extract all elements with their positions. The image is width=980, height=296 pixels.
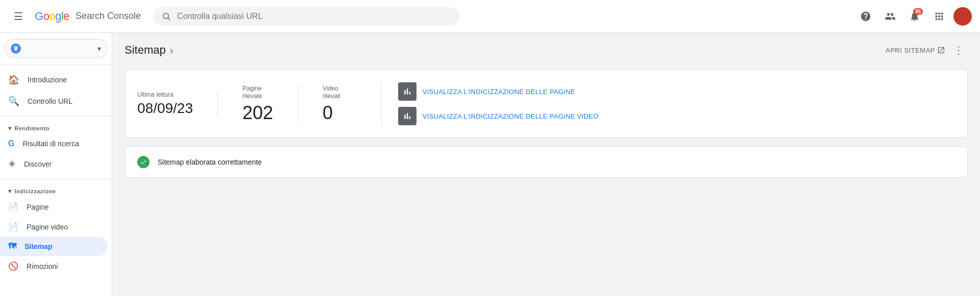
svg-line-1 [168,18,170,20]
visualizza-indicizzazione-pagine-video-link[interactable]: VISUALIZZA L'INDICIZZAZIONE DELLE PAGINE… [398,107,955,125]
help-button[interactable] [855,6,876,27]
ultima-lettura-block: Ultima lettura 08/09/23 [137,91,218,117]
page-content: Sitemap › APRI SITEMAP ⋮ Ultima lett [112,33,980,296]
sidebar: ▾ 🏠 Introduzione 🔍 Controllo URL ▾ Rendi… [0,33,112,296]
google-logo: Google [35,10,69,23]
video-rilevati-label: Videorilevati [323,85,340,101]
sidebar-item-risultati-ricerca[interactable]: G Risultati di ricerca [0,134,108,153]
google-g-icon: G [8,139,14,148]
bar-chart-icon [398,82,416,101]
search-input-wrap [153,7,459,26]
page-title-area: Sitemap › [125,43,173,57]
external-link-icon [937,46,945,54]
sidebar-item-discover[interactable]: ✳ Discover [0,153,108,175]
notifications-button[interactable]: 96 [904,6,925,27]
sidebar-item-label: Discover [24,160,52,168]
topbar-right: 96 [855,6,972,27]
divider-indicizzazione [0,179,112,179]
divider-rendimento [0,116,112,117]
sidebar-item-label: Rimozioni [27,262,58,270]
stats-divider [381,82,382,125]
logo-g: G [35,10,43,23]
apri-sitemap-button[interactable]: APRI SITEMAP [886,46,945,54]
sidebar-item-rimozioni[interactable]: 🚫 Rimozioni [0,256,108,276]
section-indicizzazione: ▾ Indicizzazione [0,184,112,197]
visualizza-indicizzazione-pagine-link[interactable]: VISUALIZZA L'INDICIZZAZIONE DELLE PAGINE [398,82,955,101]
pagine-rilevate-block: Paginerilevate 202 [242,85,298,123]
logo-area: Google Search Console [35,10,141,23]
divider-top [0,64,112,65]
search-bar [153,7,459,26]
topbar: ☰ Google Search Console [0,0,980,33]
app-title: Search Console [76,11,141,21]
page-title: Sitemap [125,43,166,57]
section-chevron-icon: ▾ [8,125,12,132]
action-links: VISUALIZZA L'INDICIZZAZIONE DELLE PAGINE… [398,82,955,125]
pagine-video-icon: 📄 [8,222,18,232]
cards-area: Ultima lettura 08/09/23 Paginerilevate 2… [112,65,980,190]
section-chevron2-icon: ▾ [8,188,12,195]
sidebar-item-controllo-url[interactable]: 🔍 Controllo URL [0,90,108,112]
menu-button[interactable]: ☰ [8,6,29,27]
logo-o2: o [49,10,55,23]
logo-e: e [63,10,69,23]
search-icon [162,12,171,21]
sidebar-item-label: Pagine [27,203,49,211]
status-message: Sitemap elaborata correttamente [158,158,262,166]
bar-chart2-icon [398,107,416,125]
page-header-actions: APRI SITEMAP ⋮ [886,41,968,59]
sidebar-item-label: Risultati di ricerca [22,140,79,148]
status-success-icon [137,156,150,168]
property-icon [11,43,21,54]
svg-point-0 [163,13,169,19]
pagine-rilevate-value: 202 [242,103,273,123]
more-options-button[interactable]: ⋮ [949,41,968,59]
section-rendimento: ▾ Rendimento [0,121,112,134]
sidebar-item-pagine[interactable]: 📄 Pagine [0,197,108,217]
sidebar-item-introduzione[interactable]: 🏠 Introduzione [0,69,108,90]
sidebar-item-pagine-video[interactable]: 📄 Pagine video [0,217,108,237]
page-header: Sitemap › APRI SITEMAP ⋮ [112,33,980,65]
hamburger-icon: ☰ [14,10,23,22]
property-selector[interactable]: ▾ [4,39,108,58]
help-icon [860,11,871,22]
pagine-icon: 📄 [8,202,18,212]
sidebar-item-sitemap[interactable]: 🗺 Sitemap [0,237,108,256]
sidebar-item-label: Pagine video [27,223,68,231]
action-link-label: VISUALIZZA L'INDICIZZAZIONE DELLE PAGINE [423,88,575,96]
home-icon: 🏠 [8,74,19,85]
topbar-left: ☰ Google Search Console [8,6,141,27]
ultima-lettura-label: Ultima lettura [137,91,193,99]
rimozioni-icon: 🚫 [8,261,18,271]
ultima-lettura-value: 08/09/23 [137,101,193,117]
stats-card: Ultima lettura 08/09/23 Paginerilevate 2… [125,70,968,138]
discover-icon: ✳ [8,158,16,170]
account-icon [885,11,896,22]
sidebar-item-label: Controllo URL [28,97,72,105]
breadcrumb-arrow: › [170,44,174,56]
logo-o1: o [43,10,50,23]
search-nav-icon: 🔍 [8,96,19,107]
search-input[interactable] [177,12,451,21]
apps-button[interactable] [929,6,949,27]
avatar[interactable] [953,7,972,26]
status-card: Sitemap elaborata correttamente [125,146,968,178]
apps-icon [934,11,945,22]
action-link-label: VISUALIZZA L'INDICIZZAZIONE DELLE PAGINE… [423,112,599,120]
video-rilevati-value: 0 [323,103,340,123]
account-button[interactable] [880,6,900,27]
main-layout: ▾ 🏠 Introduzione 🔍 Controllo URL ▾ Rendi… [0,33,980,296]
notification-badge: 96 [913,8,923,15]
more-icon: ⋮ [953,44,964,56]
sidebar-item-label: Introduzione [28,76,67,84]
logo-g2: g [55,10,61,23]
sidebar-item-label: Sitemap [24,242,52,251]
property-chevron-icon: ▾ [97,44,101,53]
pagine-rilevate-label: Paginerilevate [242,85,273,101]
video-rilevati-block: Videorilevati 0 [323,85,365,123]
sitemap-icon: 🗺 [8,242,16,251]
